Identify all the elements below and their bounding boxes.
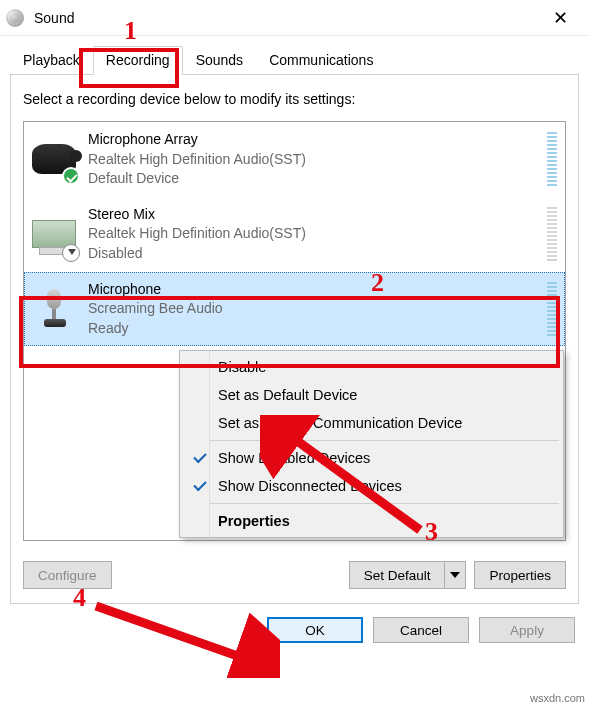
properties-button[interactable]: Properties	[474, 561, 566, 589]
menu-separator	[184, 440, 559, 441]
watermark: wsxdn.com	[530, 692, 585, 704]
tab-recording[interactable]: Recording	[93, 46, 183, 75]
device-name: Microphone Array	[88, 130, 547, 150]
menu-show-disconnected-devices[interactable]: Show Disconnected Devices	[182, 472, 561, 500]
dialog-button-row: OK Cancel Apply	[0, 605, 589, 643]
device-icon	[30, 210, 78, 258]
panel-button-row: Configure Set Default Properties	[23, 561, 566, 589]
device-state: Default Device	[88, 169, 547, 189]
device-driver: Realtek High Definition Audio(SST)	[88, 224, 547, 244]
device-name: Stereo Mix	[88, 205, 547, 225]
menu-properties[interactable]: Properties	[182, 507, 561, 535]
tab-strip: Playback Recording Sounds Communications	[0, 36, 589, 75]
device-driver: Realtek High Definition Audio(SST)	[88, 150, 547, 170]
level-meter-icon	[547, 132, 557, 186]
menu-set-default-communication-device[interactable]: Set as Default Communication Device	[182, 409, 561, 437]
device-text: Microphone Array Realtek High Definition…	[88, 130, 547, 189]
instruction-text: Select a recording device below to modif…	[23, 91, 566, 107]
device-row-stereo-mix[interactable]: Stereo Mix Realtek High Definition Audio…	[24, 197, 565, 272]
recording-panel: Select a recording device below to modif…	[10, 74, 579, 604]
close-button[interactable]: ✕	[537, 1, 583, 35]
tab-sounds[interactable]: Sounds	[183, 46, 256, 75]
ok-button[interactable]: OK	[267, 617, 363, 643]
device-state: Ready	[88, 319, 547, 339]
device-text: Microphone Screaming Bee Audio Ready	[88, 280, 547, 339]
set-default-button[interactable]: Set Default	[349, 561, 445, 589]
cancel-button[interactable]: Cancel	[373, 617, 469, 643]
menu-disable[interactable]: Disable	[182, 353, 561, 381]
apply-button[interactable]: Apply	[479, 617, 575, 643]
device-row-microphone[interactable]: Microphone Screaming Bee Audio Ready	[24, 272, 565, 347]
set-default-split-button[interactable]: Set Default	[349, 561, 467, 589]
menu-show-disabled-devices[interactable]: Show Disabled Devices	[182, 444, 561, 472]
default-badge-icon	[62, 167, 80, 185]
sound-icon	[6, 9, 24, 27]
menu-set-default-device[interactable]: Set as Default Device	[182, 381, 561, 409]
device-row-microphone-array[interactable]: Microphone Array Realtek High Definition…	[24, 122, 565, 197]
device-icon	[30, 135, 78, 183]
configure-button[interactable]: Configure	[23, 561, 112, 589]
device-driver: Screaming Bee Audio	[88, 299, 547, 319]
disabled-badge-icon	[62, 244, 80, 262]
menu-separator	[184, 503, 559, 504]
set-default-dropdown-arrow[interactable]	[444, 561, 466, 589]
context-menu: Disable Set as Default Device Set as Def…	[179, 350, 564, 538]
window-title: Sound	[34, 10, 537, 26]
device-state: Disabled	[88, 244, 547, 264]
device-list[interactable]: Microphone Array Realtek High Definition…	[23, 121, 566, 541]
title-bar: Sound ✕	[0, 0, 589, 36]
tab-communications[interactable]: Communications	[256, 46, 386, 75]
device-text: Stereo Mix Realtek High Definition Audio…	[88, 205, 547, 264]
device-icon	[30, 285, 78, 333]
tab-playback[interactable]: Playback	[10, 46, 93, 75]
device-name: Microphone	[88, 280, 547, 300]
level-meter-icon	[547, 282, 557, 336]
level-meter-icon	[547, 207, 557, 261]
